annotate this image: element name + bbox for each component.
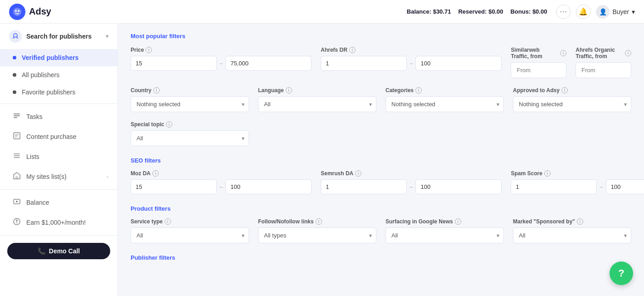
header-icons: ⋯ 🔔 👤 Buyer ▾: [556, 5, 635, 19]
semrush-da-min-input[interactable]: [321, 179, 407, 194]
categories-info-icon[interactable]: i: [415, 87, 422, 94]
service-type-info-icon[interactable]: i: [165, 218, 171, 225]
ahrefs-dr-info-icon[interactable]: i: [349, 47, 356, 53]
service-type-label: Service type i: [131, 218, 249, 225]
ahrefs-organic-input[interactable]: [576, 62, 631, 78]
demo-call-button[interactable]: 📞 Demo Call: [7, 243, 110, 259]
marked-sponsored-select-wrapper: All ▾: [513, 227, 631, 243]
ahrefs-dr-max-input[interactable]: [415, 56, 502, 71]
sidebar-item-verified-publishers[interactable]: Verified publishers: [0, 49, 117, 66]
follow-nofollow-info-icon[interactable]: i: [316, 218, 322, 225]
marked-sponsored-label: Marked "Sponsored by" i: [513, 218, 631, 225]
semrush-da-range: –: [321, 179, 502, 194]
all-dot-icon: [13, 73, 16, 77]
country-filter: Country i Nothing selected ▾: [131, 87, 249, 112]
price-min-input[interactable]: [131, 56, 217, 71]
surfacing-google-news-info-icon[interactable]: i: [455, 218, 461, 225]
svg-rect-11: [15, 176, 18, 179]
svg-point-0: [13, 8, 21, 16]
help-button[interactable]: ?: [610, 261, 633, 285]
sidebar-divider-3: [0, 235, 117, 236]
semrush-da-filter: Semrush DA i –: [321, 170, 502, 194]
marked-sponsored-info-icon[interactable]: i: [577, 218, 583, 225]
price-filter: Price i –: [131, 47, 312, 78]
content-purchase-icon: [13, 132, 21, 142]
moz-da-max-input[interactable]: [225, 179, 312, 194]
header-right: Balance: $30.71 Reserved: $0.00 Bonus: $…: [407, 5, 635, 19]
approved-adsy-info-icon[interactable]: i: [561, 87, 568, 94]
follow-nofollow-select[interactable]: All types: [258, 227, 376, 243]
sidebar-item-label: Tasks: [26, 113, 43, 120]
svg-point-2: [18, 10, 20, 12]
similarweb-input[interactable]: [511, 62, 566, 78]
sidebar-item-favorite-publishers[interactable]: Favorite publishers: [0, 84, 117, 101]
similarweb-info-icon[interactable]: i: [560, 50, 566, 56]
sidebar-item-balance[interactable]: Balance: [0, 192, 117, 212]
search-publishers-label: Search for publishers: [26, 33, 92, 40]
seo-filters-row: Moz DA i – Semrush DA i –: [131, 170, 631, 194]
popular-filters-row1: Price i – Ahrefs DR i –: [131, 47, 631, 78]
price-info-icon[interactable]: i: [146, 47, 152, 53]
spam-score-max-input[interactable]: [606, 179, 644, 194]
ahrefs-organic-info-icon[interactable]: i: [625, 50, 631, 56]
special-topic-filter: Special topic i All ▾: [131, 121, 249, 146]
header: Adsy Balance: $30.71 Reserved: $0.00 Bon…: [0, 0, 644, 24]
language-info-icon[interactable]: i: [286, 87, 292, 94]
product-filters-title: Product filters: [131, 205, 631, 212]
ahrefs-dr-range: –: [321, 56, 502, 71]
sidebar-item-tasks[interactable]: Tasks: [0, 107, 117, 127]
moz-da-info-icon[interactable]: i: [152, 170, 159, 177]
price-label: Price i: [131, 47, 312, 53]
sidebar-item-label: My sites list(s): [26, 173, 67, 180]
sidebar-item-earn[interactable]: Earn $1,000+/month!: [0, 212, 117, 232]
surfacing-google-news-select-wrapper: All ▾: [385, 227, 504, 243]
marked-sponsored-filter: Marked "Sponsored by" i All ▾: [513, 218, 631, 243]
price-max-input[interactable]: [225, 56, 312, 71]
semrush-da-max-input[interactable]: [415, 179, 502, 194]
ahrefs-organic-label: Ahrefs Organic Traffic, from i: [576, 47, 631, 59]
sidebar-item-content-purchase[interactable]: Content purchase: [0, 127, 117, 147]
sidebar-item-lists[interactable]: Lists: [0, 147, 117, 167]
service-type-select[interactable]: All: [131, 227, 249, 243]
popular-filters-row3: Special topic i All ▾: [131, 121, 631, 146]
seo-filters-title: SEO filters: [131, 157, 631, 164]
marked-sponsored-select[interactable]: All: [513, 227, 631, 243]
chat-icon[interactable]: ⋯: [556, 5, 571, 19]
approved-adsy-label: Approved to Adsy i: [513, 87, 631, 94]
buyer-chevron-icon: ▾: [632, 8, 635, 15]
semrush-da-label: Semrush DA i: [321, 170, 502, 177]
spam-score-range: –: [511, 179, 644, 194]
sidebar-item-all-publishers[interactable]: All publishers: [0, 66, 117, 84]
bonus-item: Bonus: $0.00: [510, 8, 547, 15]
notification-icon[interactable]: 🔔: [576, 5, 590, 19]
similarweb-input-wrapper: [511, 62, 566, 78]
sidebar-item-my-sites[interactable]: My sites list(s) ›: [0, 167, 117, 187]
balance-icon: [13, 197, 21, 207]
lists-icon: [13, 152, 21, 162]
follow-nofollow-filter: Follow/Nofollow links i All types ▾: [258, 218, 376, 243]
search-publishers-section[interactable]: Search for publishers ▾: [0, 24, 117, 49]
spam-score-filter: Spam Score i –: [511, 170, 644, 194]
ahrefs-dr-min-input[interactable]: [321, 56, 407, 71]
spam-score-info-icon[interactable]: i: [544, 170, 551, 177]
sidebar-item-label: All publishers: [22, 71, 59, 79]
favorite-dot-icon: [13, 90, 16, 94]
tasks-icon: [13, 112, 21, 122]
buyer-menu[interactable]: 👤 Buyer ▾: [596, 5, 635, 19]
special-topic-select[interactable]: All: [131, 130, 249, 146]
approved-adsy-select[interactable]: Nothing selected: [513, 96, 631, 112]
surfacing-google-news-select[interactable]: All: [385, 227, 504, 243]
semrush-da-info-icon[interactable]: i: [355, 170, 361, 177]
country-select[interactable]: Nothing selected: [131, 96, 249, 112]
spam-score-min-input[interactable]: [511, 179, 597, 194]
special-topic-info-icon[interactable]: i: [166, 121, 172, 128]
moz-da-label: Moz DA i: [131, 170, 312, 177]
special-topic-label: Special topic i: [131, 121, 249, 128]
ahrefs-organic-filter: Ahrefs Organic Traffic, from i: [576, 47, 631, 78]
moz-da-min-input[interactable]: [131, 179, 217, 194]
country-info-icon[interactable]: i: [153, 87, 160, 94]
language-select[interactable]: All: [258, 96, 376, 112]
country-select-wrapper: Nothing selected ▾: [131, 96, 249, 112]
moz-da-filter: Moz DA i –: [131, 170, 312, 194]
categories-select[interactable]: Nothing selected: [385, 96, 504, 112]
